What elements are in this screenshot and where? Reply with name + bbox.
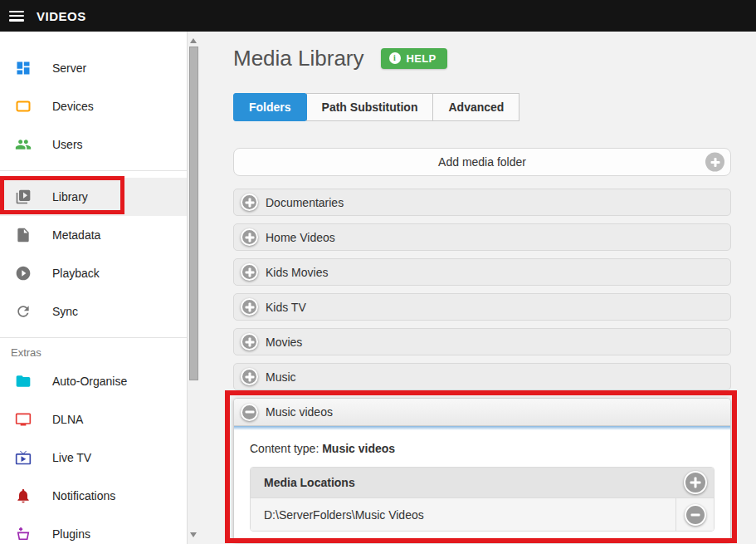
sidebar-item-plugins[interactable]: Plugins: [0, 515, 187, 544]
content-type-line: Content type: Music videos: [250, 442, 715, 455]
sidebar-item-label: Playback: [52, 267, 100, 280]
media-folder-row-kids-movies[interactable]: Kids Movies: [233, 258, 731, 286]
media-folder-row-documentaries[interactable]: Documentaries: [233, 189, 731, 216]
media-folder-row-music[interactable]: Music: [233, 363, 731, 390]
sidebar-item-label: Library: [52, 190, 88, 203]
help-button-label: HELP: [407, 52, 437, 65]
sidebar-item-auto-organise[interactable]: Auto-Organise: [0, 362, 187, 400]
page-title: Media Library: [233, 46, 364, 71]
expand-plus-icon[interactable]: [241, 194, 258, 211]
add-media-folder-label: Add media folder: [438, 155, 526, 169]
sidebar-nav: Server Devices Users Library Metadata Pl…: [0, 32, 188, 544]
expand-plus-icon[interactable]: [241, 228, 258, 246]
hamburger-menu-icon[interactable]: [9, 11, 24, 22]
media-folder-row-movies[interactable]: Movies: [233, 328, 731, 355]
sidebar-item-server[interactable]: Server: [0, 49, 187, 87]
divider: [0, 170, 187, 171]
media-locations-title: Media Locations: [264, 476, 355, 489]
sidebar-item-label: Plugins: [52, 527, 90, 541]
media-folder-label: Music videos: [266, 405, 333, 419]
sidebar-item-users[interactable]: Users: [0, 125, 187, 164]
tablet-icon: [15, 98, 32, 115]
expand-plus-icon[interactable]: [241, 298, 258, 316]
sidebar-item-sync[interactable]: Sync: [0, 292, 187, 331]
tab-label: Path Substitution: [322, 100, 418, 114]
scroll-up-arrow-icon[interactable]: [190, 38, 197, 43]
sidebar-item-library[interactable]: Library: [0, 178, 187, 216]
extras-section-label: Extras: [11, 346, 187, 359]
plus-icon: [705, 153, 724, 172]
top-app-bar: VIDEOS: [0, 0, 756, 32]
sidebar-item-label: Users: [52, 138, 83, 151]
folder-icon: [15, 373, 32, 390]
media-locations-table: Media Locations D:\ServerFolders\Music V…: [250, 467, 715, 532]
tab-path-substitution[interactable]: Path Substitution: [306, 93, 434, 121]
add-media-folder-button[interactable]: Add media folder: [233, 148, 731, 176]
help-button[interactable]: i HELP: [381, 48, 448, 69]
expanded-media-folder: Music videos Content type: Music videos …: [233, 398, 731, 542]
bell-icon: [15, 488, 32, 504]
sidebar-item-live-tv[interactable]: Live TV: [0, 439, 187, 477]
sidebar-item-label: Live TV: [52, 451, 91, 464]
media-folder-label: Documentaries: [266, 196, 344, 209]
tab-folders[interactable]: Folders: [233, 93, 307, 121]
sidebar-item-label: Notifications: [52, 489, 115, 502]
media-location-row-d-serverfolders-music-videos[interactable]: D:\ServerFolders\Music Videos: [251, 497, 714, 531]
add-location-button[interactable]: [684, 471, 707, 494]
expand-plus-icon[interactable]: [241, 368, 258, 385]
scrollbar-thumb[interactable]: [189, 47, 198, 380]
sidebar-item-playback[interactable]: Playback: [0, 254, 187, 292]
sidebar-item-label: DLNA: [52, 413, 83, 426]
media-folder-row-music-videos[interactable]: Music videos: [234, 399, 730, 426]
tab-label: Folders: [249, 100, 291, 114]
plugins-icon: [15, 526, 32, 542]
expand-plus-icon[interactable]: [241, 263, 258, 281]
media-folder-label: Kids Movies: [266, 266, 328, 279]
tv-icon: [15, 411, 32, 428]
file-icon: [15, 227, 32, 243]
tab-advanced[interactable]: Advanced: [432, 93, 519, 121]
sidebar-item-devices[interactable]: Devices: [0, 87, 187, 125]
remove-location-button[interactable]: [685, 504, 706, 526]
media-folder-label: Movies: [266, 336, 302, 349]
sidebar-item-label: Metadata: [52, 228, 100, 242]
app-title: VIDEOS: [37, 9, 86, 23]
media-folder-label: Kids TV: [266, 301, 306, 314]
sidebar-item-notifications[interactable]: Notifications: [0, 477, 187, 515]
sidebar-item-label: Devices: [52, 100, 94, 113]
tab-label: Advanced: [448, 100, 504, 114]
sidebar-item-metadata[interactable]: Metadata: [0, 216, 187, 254]
sidebar-item-label: Auto-Organise: [52, 375, 127, 388]
media-folder-label: Home Videos: [266, 231, 335, 244]
people-icon: [15, 136, 32, 153]
divider: [0, 337, 187, 338]
live-tv-icon: [15, 449, 32, 466]
media-folder-row-home-videos[interactable]: Home Videos: [233, 223, 731, 251]
tab-bar: Folders Path Substitution Advanced: [233, 93, 756, 121]
sidebar-item-dlna[interactable]: DLNA: [0, 400, 187, 439]
media-folder-row-kids-tv[interactable]: Kids TV: [233, 293, 731, 321]
sync-icon: [15, 303, 32, 320]
main-content: Media Library i HELP Folders Path Substi…: [200, 32, 756, 544]
sidebar-item-label: Sync: [52, 305, 78, 318]
content-type-label: Content type:: [250, 442, 319, 455]
media-location-path: D:\ServerFolders\Music Videos: [251, 498, 676, 531]
collapse-minus-icon[interactable]: [241, 404, 258, 421]
content-type-value: Music videos: [322, 442, 395, 455]
video-library-icon: [15, 189, 32, 205]
media-folder-label: Music: [266, 370, 296, 384]
sidebar-item-label: Server: [52, 61, 86, 75]
expand-plus-icon[interactable]: [241, 333, 258, 350]
sidebar-scrollbar[interactable]: [188, 32, 200, 544]
dashboard-icon: [15, 60, 32, 76]
media-locations-header: Media Locations: [251, 468, 714, 497]
scroll-down-arrow-icon[interactable]: [190, 532, 197, 537]
media-folder-list: Documentaries Home Videos Kids Movies Ki…: [233, 189, 731, 542]
info-icon: i: [389, 52, 401, 64]
play-circle-icon: [15, 265, 32, 282]
